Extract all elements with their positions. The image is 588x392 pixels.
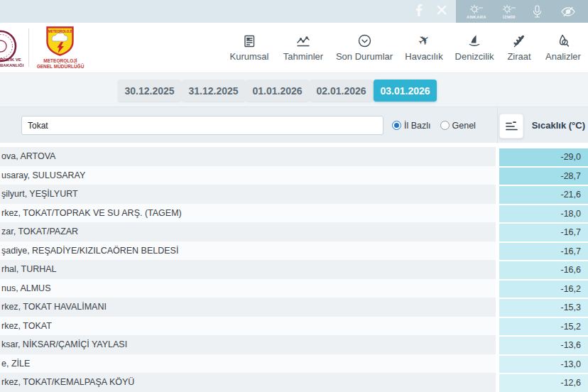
date-tab-bar: 30.12.2025 31.12.2025 01.01.2026 02.01.2… bbox=[0, 73, 588, 107]
table-row: rkez, TOKAT -15,2 bbox=[0, 317, 588, 336]
temperature-value: -16,2 bbox=[499, 279, 588, 298]
temperature-column-header: Sıcaklık (°C) bbox=[496, 107, 587, 143]
station-name: rkez, TOKAT/KEMALPAŞA KÖYÜ bbox=[0, 373, 496, 392]
temperature-value: -21,6 bbox=[499, 185, 588, 204]
temperature-value: -12,6 bbox=[499, 373, 588, 392]
eye-slash-icon bbox=[560, 6, 576, 17]
station-name: şadiye, REŞADİYE/KIZILCAÖREN BELDESİ bbox=[0, 241, 496, 261]
station-name: ova, ARTOVA bbox=[0, 147, 496, 166]
temperature-value: -28,7 bbox=[499, 166, 588, 185]
search-input[interactable] bbox=[21, 116, 383, 135]
nav-item-son-durumlar[interactable]: Son Durumlar bbox=[334, 29, 395, 62]
radio-label: İl Bazlı bbox=[404, 121, 431, 131]
date-tab[interactable]: 30.12.2025 bbox=[118, 80, 181, 102]
date-tab[interactable]: 02.01.2026 bbox=[310, 80, 373, 102]
table-row: zar, TOKAT/PAZAR -16,7 bbox=[0, 222, 588, 241]
x-twitter-icon[interactable] bbox=[437, 5, 447, 18]
nav-item-kurumsal[interactable]: Kurumsal bbox=[219, 29, 280, 62]
site-header: RCİLİK VE BAKANLIĞI METEOROLOJİ METEOROL… bbox=[0, 23, 588, 73]
temperature-value: -16,6 bbox=[499, 260, 588, 279]
weather-widget-ankara[interactable]: ANKARA bbox=[460, 0, 493, 23]
search-mode-radios: İl Bazlı Genel bbox=[392, 107, 476, 143]
line-chart-icon bbox=[273, 29, 334, 48]
svg-text:METEOROLOJİ: METEOROLOJİ bbox=[48, 29, 72, 33]
city-widget-label: ANKARA bbox=[467, 15, 486, 19]
station-name: zar, TOKAT/PAZAR bbox=[0, 222, 496, 241]
station-name: e, ZİLE bbox=[0, 354, 496, 374]
radio-label: Genel bbox=[452, 121, 476, 131]
table-row: ksar, NİKSAR/ÇAMİÇİ YAYLASI -13,6 bbox=[0, 335, 588, 354]
table-row: rkez, TOKAT/KEMALPAŞA KÖYÜ -12,6 bbox=[0, 373, 588, 392]
table-row: şilyurt, YEŞİLYURT -21,6 bbox=[0, 185, 588, 204]
weather-condition-icon bbox=[469, 4, 484, 14]
table-row: e, ZİLE -13,0 bbox=[0, 354, 588, 374]
temperature-value: -16,7 bbox=[499, 241, 588, 261]
temperature-value: -18,0 bbox=[499, 204, 588, 223]
social-links bbox=[408, 0, 454, 23]
nav-item-tahminler[interactable]: Tahminler bbox=[273, 29, 334, 62]
date-tab-active[interactable]: 03.01.2026 bbox=[374, 80, 437, 102]
table-row: rkez, TOKAT HAVALİMANI -15,3 bbox=[0, 298, 588, 317]
mgm-name: METEOROLOJİ GENEL MÜDÜRLÜĞÜ bbox=[28, 58, 93, 70]
station-name: rkez, TOKAT/TOPRAK VE SU ARŞ. (TAGEM) bbox=[0, 204, 496, 223]
temperature-value: -15,2 bbox=[499, 317, 588, 336]
nav-item-analizler[interactable]: Analizler bbox=[533, 29, 588, 62]
station-name: usaray, SULUSARAY bbox=[0, 166, 496, 185]
voice-search-button[interactable] bbox=[524, 0, 550, 23]
radio-selected-icon bbox=[392, 121, 401, 130]
station-name: şilyurt, YEŞİLYURT bbox=[0, 185, 496, 204]
radio-il-bazli[interactable]: İl Bazlı bbox=[392, 121, 431, 131]
station-name: rkez, TOKAT bbox=[0, 317, 496, 336]
top-bar: ANKARA İZMİR bbox=[0, 0, 588, 23]
table-row: rkez, TOKAT/TOPRAK VE SU ARŞ. (TAGEM) -1… bbox=[0, 204, 588, 223]
microphone-icon bbox=[533, 5, 542, 18]
radio-genel[interactable]: Genel bbox=[440, 121, 476, 131]
weather-widget-izmir[interactable]: İZMİR bbox=[493, 0, 526, 23]
table-row: usaray, SULUSARAY -28,7 bbox=[0, 166, 588, 185]
facebook-icon[interactable] bbox=[415, 4, 423, 19]
station-temperature-table: ova, ARTOVA -29,0 usaray, SULUSARAY -28,… bbox=[0, 147, 588, 392]
weather-condition-icon bbox=[502, 4, 516, 14]
station-name: rhal, TURHAL bbox=[0, 260, 496, 279]
radio-unselected-icon bbox=[440, 121, 450, 130]
accessibility-button[interactable] bbox=[555, 0, 581, 23]
table-row: nus, ALMUS -16,2 bbox=[0, 279, 588, 298]
table-row: ova, ARTOVA -29,0 bbox=[0, 147, 588, 166]
nav-label: Son Durumlar bbox=[334, 51, 395, 62]
drop-magnifier-icon bbox=[533, 29, 588, 48]
nav-label: Tahminler bbox=[273, 51, 334, 62]
station-name: ksar, NİKSAR/ÇAMİÇİ YAYLASI bbox=[0, 335, 496, 354]
temperature-value: -15,3 bbox=[499, 298, 588, 317]
nav-label: Kurumsal bbox=[219, 51, 280, 62]
document-icon bbox=[219, 29, 280, 48]
station-name: nus, ALMUS bbox=[0, 279, 496, 298]
station-name: rkez, TOKAT HAVALİMANI bbox=[0, 298, 496, 317]
temperature-value: -29,0 bbox=[499, 147, 588, 166]
nav-label: Analizler bbox=[533, 51, 588, 62]
mgm-shield-logo[interactable]: METEOROLOJİ bbox=[45, 26, 75, 60]
date-tab[interactable]: 31.12.2025 bbox=[182, 80, 245, 102]
date-tab[interactable]: 01.01.2026 bbox=[246, 80, 309, 102]
temperature-value: -16,7 bbox=[499, 222, 588, 241]
city-widget-label: İZMİR bbox=[503, 15, 516, 19]
date-tabs: 30.12.2025 31.12.2025 01.01.2026 02.01.2… bbox=[118, 80, 437, 102]
filter-bar: İl Bazlı Genel Sıcaklık (°C) bbox=[0, 107, 588, 143]
circle-chevron-down-icon bbox=[334, 29, 395, 48]
table-row: şadiye, REŞADİYE/KIZILCAÖREN BELDESİ -16… bbox=[0, 241, 588, 261]
table-row: rhal, TURHAL -16,6 bbox=[0, 260, 588, 279]
temperature-value: -13,6 bbox=[499, 335, 588, 354]
temperature-value: -13,0 bbox=[499, 354, 588, 374]
